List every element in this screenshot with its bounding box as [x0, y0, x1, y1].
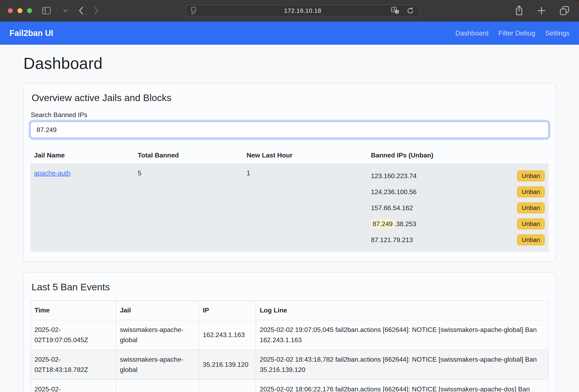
header-new-last-hour: New Last Hour: [243, 147, 367, 164]
event-time: 2025-02-02T18:43:18.782Z: [31, 350, 116, 380]
app-navbar: Fail2ban UI Dashboard Filter Debug Setti…: [0, 21, 579, 45]
browser-window: 172.16.10.18 A 文: [0, 0, 579, 392]
tabs-overview-icon: [559, 5, 570, 16]
header-jail: Jail: [116, 301, 199, 320]
jail-row: apache-auth 5 1 123.160.223.74 Unban 124…: [30, 164, 549, 252]
share-button[interactable]: [513, 4, 525, 18]
overview-card-title: Overview active Jails and Blocks: [32, 92, 549, 103]
translate-icon: A 文: [391, 6, 399, 15]
event-time: 2025-02-02T18:06:22.176Z: [31, 380, 116, 392]
unban-button[interactable]: Unban: [517, 234, 545, 245]
url-text[interactable]: 172.16.10.18: [186, 7, 419, 14]
event-log: 2025-02-02 18:43:18,782 fail2ban.actions…: [256, 350, 548, 380]
traffic-lights: [8, 8, 32, 13]
close-window-button[interactable]: [8, 8, 13, 13]
event-time: 2025-02-02T19:07:05.045Z: [31, 320, 116, 350]
page-content: Dashboard Overview active Jails and Bloc…: [0, 54, 579, 392]
back-icon: [78, 6, 84, 15]
page-title: Dashboard: [23, 54, 556, 73]
unban-button[interactable]: Unban: [517, 170, 545, 181]
sidebar-toggle-button[interactable]: [41, 5, 52, 16]
event-ip: 162.243.1.163: [199, 320, 256, 350]
banned-ip: 87.121.79.213: [371, 236, 413, 244]
events-table-body: 2025-02-02T19:07:05.045Z swissmakers-apa…: [31, 320, 548, 392]
forward-icon: [93, 6, 99, 15]
total-banned-value: 5: [134, 164, 243, 252]
tab-group-dropdown-button[interactable]: [62, 7, 69, 14]
banned-ip: 87.249.38.253: [371, 220, 416, 228]
jails-table-header-row: Jail Name Total Banned New Last Hour Ban…: [30, 147, 549, 164]
nav-link-filter-debug[interactable]: Filter Debug: [498, 29, 535, 37]
browser-chrome: 172.16.10.18 A 文: [0, 0, 579, 21]
nav-link-dashboard[interactable]: Dashboard: [455, 29, 489, 37]
header-jail-name: Jail Name: [30, 147, 134, 164]
search-banned-ips-input[interactable]: [30, 121, 549, 138]
back-button[interactable]: [77, 5, 85, 16]
events-table-header-row: Time Jail IP Log Line: [31, 301, 548, 320]
search-banned-ips-label: Search Banned IPs: [31, 111, 549, 119]
unban-button[interactable]: Unban: [517, 186, 545, 197]
reload-button[interactable]: [405, 5, 416, 16]
new-tab-icon: [536, 5, 547, 16]
minimize-window-button[interactable]: [17, 8, 22, 13]
address-bar[interactable]: 172.16.10.18 A 文: [186, 5, 420, 17]
search-match-highlight: 87.249: [371, 219, 394, 228]
sidebar-toggle-icon: [42, 6, 51, 15]
header-log-line: Log Line: [256, 301, 548, 320]
unban-button[interactable]: Unban: [517, 202, 545, 214]
tabs-overview-button[interactable]: [558, 4, 571, 17]
new-last-hour-value: 1: [243, 164, 367, 252]
event-jail: swissmakers-apache-dos: [116, 380, 199, 392]
banned-ip-list: 123.160.223.74 Unban 124.236.100.56 Unba…: [371, 169, 545, 246]
overview-card: Overview active Jails and Blocks Search …: [23, 83, 556, 262]
event-row: 2025-02-02T19:07:05.045Z swissmakers-apa…: [31, 320, 548, 350]
banned-ip: 157.66.54.162: [371, 204, 413, 212]
banned-ip-row: 87.121.79.213 Unban: [371, 233, 545, 246]
banned-ip-row: 124.236.100.56 Unban: [371, 185, 545, 198]
unban-button[interactable]: Unban: [517, 218, 545, 229]
event-ip: 87.121.79.213: [199, 380, 256, 392]
events-card-title: Last 5 Ban Events: [32, 281, 549, 292]
event-ip: 35.216.139.120: [199, 350, 256, 380]
jails-table: Jail Name Total Banned New Last Hour Ban…: [30, 147, 549, 252]
svg-text:A: A: [393, 8, 396, 12]
event-jail: swissmakers-apache-global: [116, 350, 199, 380]
header-ip: IP: [199, 301, 256, 320]
events-card: Last 5 Ban Events Time Jail IP Log Line …: [23, 272, 556, 392]
header-time: Time: [31, 301, 116, 320]
brand-link[interactable]: Fail2ban UI: [9, 29, 53, 38]
event-jail: swissmakers-apache-global: [116, 320, 199, 350]
header-banned-ips: Banned IPs (Unban): [367, 147, 549, 164]
reload-icon: [406, 6, 414, 15]
banned-ip-row: 87.249.38.253 Unban: [371, 217, 545, 230]
event-row: 2025-02-02T18:06:22.176Z swissmakers-apa…: [31, 380, 548, 392]
svg-text:文: 文: [396, 10, 399, 13]
nav-link-settings[interactable]: Settings: [545, 29, 570, 37]
banned-ip-row: 123.160.223.74 Unban: [371, 169, 545, 182]
header-total-banned: Total Banned: [134, 147, 243, 164]
share-icon: [514, 5, 524, 16]
jail-name-link[interactable]: apache-auth: [34, 169, 71, 177]
event-row: 2025-02-02T18:43:18.782Z swissmakers-apa…: [31, 350, 548, 380]
zoom-window-button[interactable]: [27, 8, 32, 13]
nav-links: Dashboard Filter Debug Settings: [455, 29, 570, 37]
events-table: Time Jail IP Log Line 2025-02-02T19:07:0…: [30, 300, 549, 392]
translate-button[interactable]: A 文: [390, 5, 401, 16]
banned-ip: 123.160.223.74: [371, 172, 417, 180]
new-tab-button[interactable]: [535, 4, 548, 17]
chevron-down-icon: [63, 9, 68, 12]
event-log: 2025-02-02 19:07:05,045 fail2ban.actions…: [256, 320, 548, 350]
forward-button[interactable]: [92, 5, 101, 16]
event-log: 2025-02-02 18:06:22,176 fail2ban.actions…: [256, 380, 548, 392]
chrome-divider: [57, 6, 57, 15]
banned-ip-row: 157.66.54.162 Unban: [371, 201, 545, 215]
banned-ip: 124.236.100.56: [371, 188, 417, 196]
